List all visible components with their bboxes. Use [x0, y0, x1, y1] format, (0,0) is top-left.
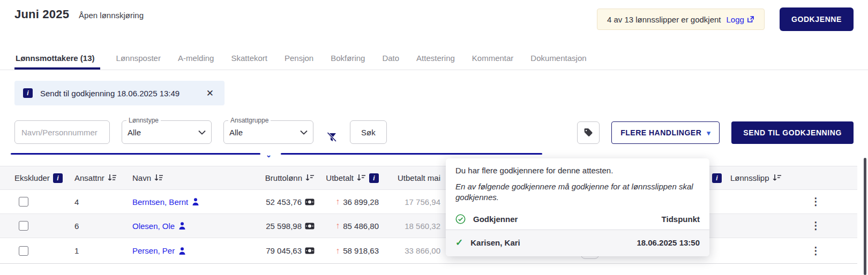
search-input[interactable]	[14, 120, 110, 144]
page-subtitle: Åpen lønnskjøring	[79, 11, 144, 20]
col-utbetalt[interactable]: Utbetalt	[326, 173, 354, 182]
approval-status-text: 4 av 13 lønnsslipper er godkjent	[607, 15, 721, 24]
table-row: 4 Berntsen, Bernt 52 453,76 ↑ 36 899,28 …	[0, 189, 857, 213]
popover-title: Du har flere godkjennere for denne attes…	[446, 166, 709, 175]
info-icon[interactable]: i	[369, 173, 379, 183]
col-navn[interactable]: Navn	[132, 173, 151, 182]
popover-table-header: Godkjenner Tidspunkt	[446, 209, 709, 230]
approver-name: Karisen, Kari	[470, 238, 629, 247]
popover-approver-row: ✓ Karisen, Kari 18.06.2025 13:50	[446, 230, 709, 256]
increase-arrow-icon: ↑	[335, 197, 340, 207]
tab-attestering[interactable]: Attestering	[415, 54, 456, 70]
sort-amount-icon[interactable]	[305, 174, 315, 182]
circled-check-icon	[455, 214, 466, 224]
search-button[interactable]: Søk	[350, 120, 387, 144]
tab-lonnsposter[interactable]: Lønnsposter	[115, 54, 162, 70]
row-menu-icon[interactable]: ⋮	[811, 222, 821, 230]
increase-arrow-icon: ↑	[335, 221, 340, 231]
tab-bokforing[interactable]: Bokføring	[330, 54, 366, 70]
table-horizontal-scrollbar[interactable]: ⌄	[0, 151, 868, 157]
tab-dato[interactable]: Dato	[381, 54, 400, 70]
external-link-icon	[747, 16, 754, 23]
table-row: 6 Olesen, Ole 25 598,98 ↑ 85 486,80 18 5…	[0, 213, 857, 238]
ansattgruppe-label: Ansattgruppe	[228, 117, 271, 124]
table-header-row: Ekskluder i Ansattnr Navn Bruttolønn Utb…	[0, 166, 857, 189]
tab-skattekort[interactable]: Skattekort	[230, 54, 268, 70]
col-ansattnr[interactable]: Ansattnr	[74, 173, 104, 182]
ansattgruppe-select[interactable]: Ansattgruppe Alle	[223, 120, 313, 144]
tab-pensjon[interactable]: Pensjon	[283, 54, 315, 70]
popover-description: En av følgende godkjennere må godkjenne …	[446, 175, 709, 209]
payroll-table: Ekskluder i Ansattnr Navn Bruttolønn Utb…	[0, 166, 857, 264]
col-godkjenner: Godkjenner	[473, 215, 654, 224]
info-icon: i	[23, 88, 33, 98]
tag-icon	[583, 127, 594, 138]
sort-icon[interactable]	[108, 174, 117, 182]
sort-amount-icon[interactable]	[773, 174, 782, 182]
approval-time: 18.06.2025 13:50	[637, 238, 700, 247]
info-icon[interactable]: i	[712, 173, 722, 183]
cash-icon[interactable]	[305, 198, 315, 205]
employee-link[interactable]: Olesen, Ole	[132, 221, 175, 231]
person-icon[interactable]	[191, 197, 200, 206]
tag-button[interactable]	[577, 121, 600, 144]
approvers-popover: Du har flere godkjennere for denne attes…	[446, 158, 709, 256]
chevron-down-icon	[300, 130, 308, 135]
lonnstype-select[interactable]: Lønnstype Alle	[122, 120, 212, 144]
caret-down-icon: ▾	[707, 129, 710, 137]
godkjenne-button[interactable]: GODKJENNE	[780, 7, 854, 31]
exclude-checkbox[interactable]	[19, 197, 28, 207]
tab-a-melding[interactable]: A-melding	[177, 54, 215, 70]
close-icon[interactable]: ✕	[204, 88, 216, 99]
sent-for-approval-banner: i Sendt til godkjenning 18.06.2025 13:49…	[14, 81, 225, 105]
send-to-approval-button[interactable]: SEND TIL GODKJENNING	[731, 121, 854, 144]
tab-lonnsmottakere[interactable]: Lønnsmottakere (13)	[14, 54, 100, 70]
row-menu-icon[interactable]: ⋮	[811, 198, 821, 205]
col-bruttolonn[interactable]: Bruttolønn	[265, 173, 302, 182]
col-tidspunkt: Tidspunkt	[662, 215, 700, 224]
sort-amount-icon[interactable]	[357, 174, 366, 182]
expand-chevron-icon[interactable]: ⌄	[266, 151, 272, 159]
scrollbar-segment	[11, 153, 260, 155]
person-icon[interactable]	[178, 247, 186, 255]
tab-dokumentasjon[interactable]: Dokumentasjon	[529, 54, 587, 70]
lonnstype-label: Lønnstype	[126, 117, 161, 124]
check-icon: ✓	[455, 237, 463, 248]
info-icon[interactable]: i	[53, 173, 63, 183]
logg-link[interactable]: Logg	[727, 15, 754, 24]
employee-link[interactable]: Persen, Per	[132, 246, 175, 255]
filter-toolbar: Lønnstype Alle Ansattgruppe Alle Søk FLE…	[0, 118, 868, 144]
tab-bar: Lønnsmottakere (13) Lønnsposter A-meldin…	[0, 54, 868, 70]
row-menu-icon[interactable]: ⋮	[811, 247, 821, 255]
clear-filter-icon[interactable]	[325, 131, 338, 144]
more-actions-button[interactable]: FLERE HANDLINGER ▾	[611, 121, 720, 144]
col-ekskluder: Ekskluder	[14, 173, 50, 182]
exclude-checkbox[interactable]	[19, 246, 28, 256]
banner-text: Sendt til godkjenning 18.06.2025 13:49	[40, 89, 179, 98]
tab-kommentar[interactable]: Kommentar	[471, 54, 515, 70]
chevron-down-icon	[198, 130, 206, 135]
vertical-scrollbar[interactable]	[864, 158, 866, 275]
employee-link[interactable]: Berntsen, Bernt	[132, 197, 188, 207]
col-utbetalt-mai[interactable]: Utbetalt mai	[398, 173, 440, 182]
cash-icon[interactable]	[305, 223, 315, 230]
person-icon[interactable]	[178, 221, 186, 230]
table-row: 1 Persen, Per 79 045,63 ↑ 58 918,63 33 8…	[0, 238, 857, 264]
increase-arrow-icon: ↑	[335, 246, 340, 256]
col-lonnsslipp[interactable]: Lønnsslipp	[730, 173, 769, 182]
payroll-run-page: Juni 2025 Åpen lønnskjøring 4 av 13 lønn…	[0, 0, 868, 275]
approval-status-badge: 4 av 13 lønnsslipper er godkjent Logg	[597, 9, 765, 30]
exclude-checkbox[interactable]	[19, 221, 28, 231]
scrollbar-segment	[281, 153, 542, 155]
top-bar: Juni 2025 Åpen lønnskjøring 4 av 13 lønn…	[0, 0, 868, 31]
page-title: Juni 2025	[14, 7, 69, 21]
cash-icon[interactable]	[305, 247, 315, 254]
sort-icon[interactable]	[154, 174, 163, 182]
